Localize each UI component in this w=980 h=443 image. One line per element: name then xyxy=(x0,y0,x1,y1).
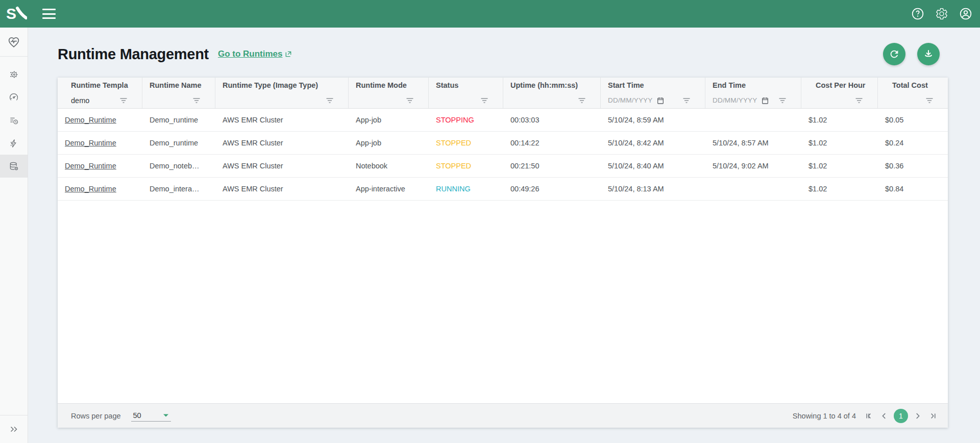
refresh-icon xyxy=(889,48,900,60)
filter-cell-runtime-template[interactable]: demo xyxy=(58,92,142,108)
download-button[interactable] xyxy=(917,43,940,65)
sidebar-item-job-list[interactable] xyxy=(0,109,28,132)
col-header-end-time[interactable]: End Time xyxy=(705,78,801,92)
table-filter-row: demo xyxy=(58,92,948,109)
gear-icon[interactable] xyxy=(935,7,948,20)
cell-start-time: 5/10/24, 8:13 AM xyxy=(601,178,705,200)
showing-text: Showing 1 to 4 of 4 xyxy=(793,412,856,420)
first-page-button[interactable] xyxy=(863,410,874,422)
account-icon[interactable] xyxy=(959,7,972,20)
cell-total-cost: $0.84 xyxy=(878,178,948,200)
filter-icon[interactable] xyxy=(682,97,691,104)
calendar-icon[interactable] xyxy=(656,96,665,105)
cell-end-time xyxy=(705,178,801,200)
refresh-button[interactable] xyxy=(883,43,905,65)
runtime-table: Runtime Templa Runtime Name Runtime Type… xyxy=(58,78,948,428)
filter-cell-uptime[interactable] xyxy=(503,92,601,108)
runtime-template-link[interactable]: Demo_Runtime xyxy=(65,162,116,170)
filter-cell-start-time[interactable]: DD/MM/YYYY xyxy=(601,92,705,108)
col-header-total-cost[interactable]: Total Cost xyxy=(878,78,948,92)
filter-icon[interactable] xyxy=(326,97,334,104)
double-chevron-right-icon xyxy=(8,424,19,435)
logo-swoosh-icon xyxy=(16,6,27,21)
database-gear-icon xyxy=(9,161,19,171)
calendar-icon[interactable] xyxy=(761,96,769,105)
col-header-status[interactable]: Status xyxy=(429,78,503,92)
app-logo[interactable]: S xyxy=(6,6,27,21)
filter-cell-end-time[interactable]: DD/MM/YYYY xyxy=(705,92,801,108)
col-header-runtime-template[interactable]: Runtime Templa xyxy=(58,78,142,92)
cell-runtime-type: AWS EMR Cluster xyxy=(215,109,349,131)
col-header-start-time[interactable]: Start Time xyxy=(601,78,705,92)
cell-uptime: 00:21:50 xyxy=(503,155,601,177)
menu-icon[interactable] xyxy=(42,9,56,19)
sidebar-item-lightning[interactable] xyxy=(0,132,28,155)
current-page-button[interactable]: 1 xyxy=(894,409,908,423)
cell-runtime-mode: App-job xyxy=(349,109,429,131)
page-title: Runtime Management xyxy=(58,46,209,63)
runtime-template-link[interactable]: Demo_Runtime xyxy=(65,185,116,193)
filter-cell-runtime-type[interactable] xyxy=(215,92,349,108)
rows-per-page-value: 50 xyxy=(133,411,141,420)
filter-icon[interactable] xyxy=(119,97,128,104)
first-page-icon xyxy=(864,411,873,421)
sidebar-item-gauge[interactable] xyxy=(0,86,28,109)
filter-icon[interactable] xyxy=(855,97,863,104)
cell-runtime-mode: Notebook xyxy=(349,155,429,177)
chevron-left-icon xyxy=(879,411,889,421)
table-row: Demo_Runtime Demo_runtime AWS EMR Cluste… xyxy=(58,109,948,132)
help-icon[interactable] xyxy=(911,7,924,20)
pagination: 1 xyxy=(863,409,939,423)
sidebar-item-runtime-management[interactable] xyxy=(0,155,28,178)
filter-icon[interactable] xyxy=(778,97,787,104)
status-badge: STOPPING xyxy=(429,109,503,131)
status-badge: RUNNING xyxy=(429,178,503,200)
status-badge: STOPPED xyxy=(429,132,503,154)
start-time-date-input[interactable]: DD/MM/YYYY xyxy=(608,96,653,104)
filter-icon[interactable] xyxy=(925,97,934,104)
filter-icon[interactable] xyxy=(406,97,414,104)
filter-cell-total-cost[interactable] xyxy=(878,92,948,108)
col-header-runtime-name[interactable]: Runtime Name xyxy=(142,78,215,92)
cell-total-cost: $0.24 xyxy=(878,132,948,154)
sidebar-expand-button[interactable] xyxy=(0,415,28,443)
sidebar-item-integrations[interactable] xyxy=(0,63,28,86)
end-time-date-input[interactable]: DD/MM/YYYY xyxy=(713,96,757,104)
filter-cell-status[interactable] xyxy=(429,92,503,108)
filter-icon[interactable] xyxy=(192,97,201,104)
previous-page-button[interactable] xyxy=(878,410,890,422)
col-header-cost-per-hour[interactable]: Cost Per Hour xyxy=(801,78,878,92)
cell-end-time xyxy=(705,109,801,131)
next-page-button[interactable] xyxy=(912,410,923,422)
cell-start-time: 5/10/24, 8:40 AM xyxy=(601,155,705,177)
lightning-icon xyxy=(9,138,19,149)
cell-cost-per-hour: $1.02 xyxy=(801,132,878,154)
filter-icon[interactable] xyxy=(480,97,488,104)
cell-runtime-type: AWS EMR Cluster xyxy=(215,178,349,200)
col-header-runtime-type[interactable]: Runtime Type (Image Type) xyxy=(215,78,349,92)
last-page-icon xyxy=(928,411,938,421)
cell-end-time: 5/10/24, 9:02 AM xyxy=(705,155,801,177)
sidebar-item-health-monitor[interactable] xyxy=(0,28,28,57)
cell-runtime-name: Demo_runtime xyxy=(142,132,215,154)
cell-cost-per-hour: $1.02 xyxy=(801,109,878,131)
table-row: Demo_Runtime Demo_noteb… AWS EMR Cluster… xyxy=(58,155,948,178)
filter-icon[interactable] xyxy=(578,97,586,104)
list-clock-icon xyxy=(9,115,19,126)
runtime-template-filter-input[interactable]: demo xyxy=(71,96,89,105)
last-page-button[interactable] xyxy=(927,410,939,422)
col-header-uptime[interactable]: Uptime (hh:mm:ss) xyxy=(503,78,601,92)
filter-cell-cost-per-hour[interactable] xyxy=(801,92,878,108)
runtime-template-link[interactable]: Demo_Runtime xyxy=(65,116,116,124)
cell-start-time: 5/10/24, 8:42 AM xyxy=(601,132,705,154)
filter-cell-runtime-mode[interactable] xyxy=(349,92,429,108)
download-icon xyxy=(923,48,934,60)
rows-per-page-select[interactable]: 50 xyxy=(131,410,171,422)
external-link-icon xyxy=(285,51,292,58)
go-to-runtimes-link[interactable]: Go to Runtimes xyxy=(218,49,292,59)
filter-cell-runtime-name[interactable] xyxy=(142,92,215,108)
col-header-runtime-mode[interactable]: Runtime Mode xyxy=(349,78,429,92)
runtime-template-link[interactable]: Demo_Runtime xyxy=(65,139,116,147)
chevron-down-icon xyxy=(163,413,169,417)
table-footer: Rows per page 50 Showing 1 to 4 of 4 xyxy=(58,403,948,428)
